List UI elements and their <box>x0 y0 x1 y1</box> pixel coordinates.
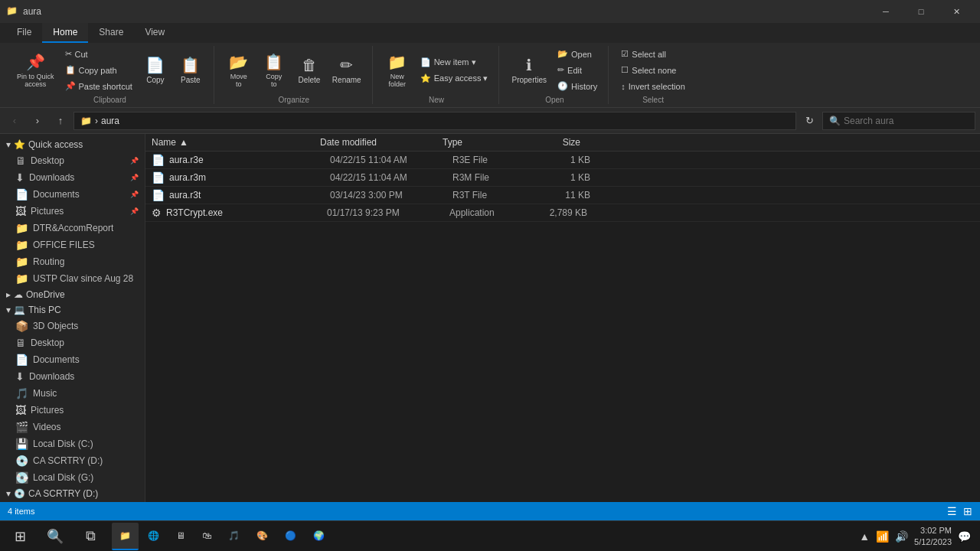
file-type-r3e: R3E File <box>452 155 529 165</box>
onedrive-header[interactable]: ▸ ☁ OneDrive <box>0 287 145 302</box>
paste-shortcut-button[interactable]: 📌 Paste shortcut <box>60 79 137 94</box>
file-row-exe[interactable]: ⚙ R3TCrypt.exe 01/17/13 9:23 PM Applicat… <box>145 204 980 222</box>
sidebar-item-ca-scrtry-d[interactable]: 💿 CA SCRTRY (D:) <box>0 452 145 469</box>
sidebar-item-local-c[interactable]: 💾 Local Disk (C:) <box>0 435 145 452</box>
sidebar-item-videos[interactable]: 🎬 Videos <box>0 419 145 435</box>
copy-button[interactable]: 📄 Copy <box>139 47 172 93</box>
copy-path-button[interactable]: 📋 Copy path <box>60 63 137 78</box>
sidebar-item-local-g[interactable]: 💽 Local Disk (G:) <box>0 469 145 486</box>
start-button[interactable]: ⊞ <box>3 523 37 550</box>
file-size-r3e: 1 KB <box>529 155 590 165</box>
pictures-icon: 🖼 <box>15 205 26 217</box>
up-button[interactable]: ↑ <box>51 111 70 131</box>
new-item-button[interactable]: 📄 New item ▾ <box>416 54 493 70</box>
explorer-icon: 📁 <box>119 530 131 541</box>
col-type[interactable]: Type <box>443 137 519 148</box>
tab-view[interactable]: View <box>134 23 175 43</box>
taskbar-app-explorer[interactable]: 📁 <box>112 523 139 550</box>
task-view-button[interactable]: ⧉ <box>74 523 107 550</box>
close-button[interactable]: ✕ <box>939 0 974 23</box>
cut-button[interactable]: ✂ Cut <box>60 47 137 62</box>
sidebar-item-downloads[interactable]: ⬇ Downloads 📌 <box>0 169 145 186</box>
tray-up-icon[interactable]: ▲ <box>859 530 870 543</box>
sidebar-item-desktop[interactable]: 🖥 Desktop 📌 <box>0 152 145 169</box>
sidebar-item-routing[interactable]: 📁 Routing <box>0 253 145 270</box>
sidebar-item-pictures[interactable]: 🖼 Pictures 📌 <box>0 203 145 220</box>
list-view-icon[interactable]: ☰ <box>947 505 957 517</box>
properties-button[interactable]: ℹ Properties <box>507 47 551 93</box>
edit-button[interactable]: ✏ Edit <box>553 63 602 78</box>
path-current: aura <box>101 116 119 126</box>
pin-to-quick-button[interactable]: 📌 Pin to Quickaccess <box>12 47 59 93</box>
search-input[interactable] <box>844 116 969 126</box>
history-button[interactable]: 🕐 History <box>553 79 602 94</box>
routing-icon: 📁 <box>15 256 28 268</box>
taskbar-apps: 📁 🌐 🖥 🛍 🎵 🎨 🔵 🌍 <box>109 523 858 550</box>
maximize-button[interactable]: □ <box>903 0 939 23</box>
music-icon: 🎵 <box>15 387 28 399</box>
volume-icon[interactable]: 🔊 <box>895 530 908 543</box>
address-path[interactable]: 📁 › aura <box>74 112 796 130</box>
move-to-button[interactable]: 📂 Moveto <box>222 47 256 93</box>
sidebar-item-dtr[interactable]: 📁 DTR&AccomReport <box>0 220 145 236</box>
invert-selection-button[interactable]: ↕ Invert selection <box>616 79 689 94</box>
delete-button[interactable]: 🗑 Delete <box>292 47 326 93</box>
new-folder-icon: 📁 <box>387 53 407 71</box>
sidebar-item-desktop-pc[interactable]: 🖥 Desktop <box>0 334 145 351</box>
move-label: Moveto <box>230 73 247 88</box>
tab-share[interactable]: Share <box>88 23 134 43</box>
search-taskbar-button[interactable]: 🔍 <box>38 523 72 550</box>
back-button[interactable]: ‹ <box>5 111 24 131</box>
quick-access-header[interactable]: ▾ ⭐ Quick access <box>0 137 145 152</box>
taskbar-app-chrome[interactable]: 🌍 <box>305 523 332 550</box>
sidebar-item-ustp[interactable]: 📁 USTP Clav since Aug 28 <box>0 270 145 287</box>
local-c-icon: 💾 <box>15 438 28 450</box>
select-all-icon: ☑ <box>621 49 629 59</box>
sidebar-item-music[interactable]: 🎵 Music <box>0 385 145 402</box>
file-row-r3m[interactable]: 📄 aura.r3m 04/22/15 11:04 AM R3M File 1 … <box>145 169 980 187</box>
rename-button[interactable]: ✏ Rename <box>328 47 366 93</box>
sidebar-item-documents[interactable]: 📄 Documents 📌 <box>0 186 145 203</box>
sidebar-item-dl-pc[interactable]: ⬇ Downloads <box>0 368 145 385</box>
taskbar-app-terminal[interactable]: 🖥 <box>168 523 193 550</box>
minimize-button[interactable]: ─ <box>868 0 903 23</box>
pictures-label: Pictures <box>31 206 64 217</box>
col-date[interactable]: Date modified <box>320 137 443 148</box>
open-button[interactable]: 📂 Open <box>553 47 602 62</box>
onedrive-icon: ☁ <box>14 289 23 300</box>
taskbar-app-paint[interactable]: 🎨 <box>249 523 276 550</box>
taskbar-app-media[interactable]: 🎵 <box>220 523 247 550</box>
col-name[interactable]: Name ▲ <box>152 137 320 148</box>
tab-file[interactable]: File <box>6 23 42 43</box>
paint-icon: 🎨 <box>256 530 268 541</box>
tab-home[interactable]: Home <box>42 23 88 43</box>
file-area: Name ▲ Date modified Type Size 📄 aura.r3… <box>145 134 980 502</box>
notification-icon[interactable]: 💬 <box>958 530 971 543</box>
file-row-r3t[interactable]: 📄 aura.r3t 03/14/23 3:00 PM R3T File 11 … <box>145 187 980 204</box>
col-size[interactable]: Size <box>519 137 580 148</box>
taskbar-app-edge[interactable]: 🌐 <box>140 523 167 550</box>
easy-access-button[interactable]: ⭐ Easy access ▾ <box>416 70 493 86</box>
select-all-button[interactable]: ☑ Select all <box>616 47 689 62</box>
network-tray-icon[interactable]: 📶 <box>876 530 889 543</box>
sidebar-item-pictures-pc[interactable]: 🖼 Pictures <box>0 402 145 419</box>
file-row-r3e[interactable]: 📄 aura.r3e 04/22/15 11:04 AM R3E File 1 … <box>145 152 980 169</box>
terminal-icon: 🖥 <box>176 530 185 541</box>
taskbar-app-store[interactable]: 🛍 <box>194 523 219 550</box>
file-type-r3t: R3T File <box>452 190 529 201</box>
taskbar-time[interactable]: 3:02 PM 5/12/2023 <box>914 525 952 547</box>
details-view-icon[interactable]: ⊞ <box>963 505 972 517</box>
refresh-button[interactable]: ↻ <box>799 111 819 131</box>
sidebar-item-docs-pc[interactable]: 📄 Documents <box>0 351 145 368</box>
sidebar-item-3d[interactable]: 📦 3D Objects <box>0 318 145 334</box>
copy-to-button[interactable]: 📋 Copyto <box>257 47 291 93</box>
sidebar-item-office[interactable]: 📁 OFFICE FILES <box>0 236 145 253</box>
taskbar-app-code[interactable]: 🔵 <box>277 523 304 550</box>
ca-scrtry-header[interactable]: ▾ 💿 CA SCRTRY (D:) <box>0 486 145 501</box>
forward-button[interactable]: › <box>28 111 47 131</box>
copy-path-label: Copy path <box>79 66 117 75</box>
new-folder-button[interactable]: 📁 Newfolder <box>381 47 414 93</box>
this-pc-header[interactable]: ▾ 💻 This PC <box>0 302 145 318</box>
select-none-button[interactable]: ☐ Select none <box>616 63 689 78</box>
paste-button[interactable]: 📋 Paste <box>174 47 207 93</box>
